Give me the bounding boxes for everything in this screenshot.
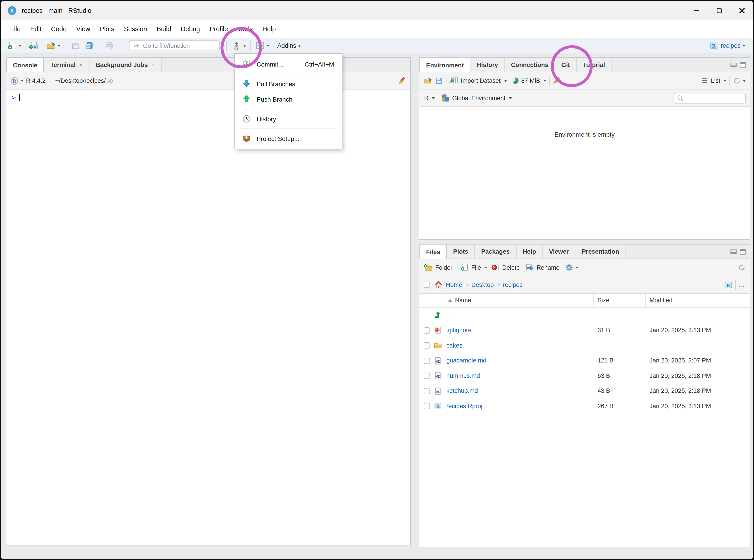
maximize-pane-icon[interactable]: [740, 62, 746, 68]
new-project-button[interactable]: R: [27, 39, 39, 52]
menu-item[interactable]: File: [5, 25, 25, 33]
environment-tab[interactable]: History: [471, 58, 504, 72]
file-row[interactable]: MD R .gitignore 31 B Jan 20, 2025, 3:13 …: [419, 323, 750, 338]
file-name[interactable]: ..: [446, 312, 594, 319]
memory-usage-label[interactable]: 87 MiB: [521, 77, 540, 84]
new-folder-label[interactable]: Folder: [435, 264, 452, 271]
file-checkbox[interactable]: [423, 342, 430, 349]
print-button[interactable]: [103, 39, 115, 52]
global-environment-label[interactable]: Global Environment: [452, 95, 505, 101]
git-dropdown-button[interactable]: [231, 39, 247, 52]
minimize-button[interactable]: [685, 1, 708, 20]
menu-item[interactable]: Debug: [176, 25, 205, 33]
file-row[interactable]: MD R guacamole.md 121 B Jan 20, 2025, 3:…: [419, 353, 750, 368]
console-tab[interactable]: Terminal ×: [44, 58, 90, 72]
rename-label[interactable]: Rename: [537, 264, 559, 271]
rproj-icon[interactable]: R: [724, 281, 732, 289]
environment-tab[interactable]: Connections: [505, 58, 555, 72]
files-tab[interactable]: Packages: [475, 245, 516, 259]
tab-close-icon[interactable]: ×: [79, 61, 83, 68]
menu-item[interactable]: Session: [119, 25, 152, 33]
file-name[interactable]: recipes.Rproj: [446, 403, 594, 409]
load-workspace-icon[interactable]: [423, 77, 432, 85]
save-workspace-icon[interactable]: [435, 77, 443, 85]
file-row[interactable]: MD R hummus.md 63 B Jan 20, 2025, 2:18 P…: [419, 368, 750, 383]
files-tab[interactable]: Presentation: [575, 245, 626, 259]
git-menu-item[interactable]: History: [235, 111, 342, 127]
environment-tab[interactable]: Tutorial: [577, 58, 612, 72]
maximize-button[interactable]: [708, 1, 731, 20]
git-menu-item[interactable]: Pull Branches: [235, 76, 342, 92]
git-menu-item[interactable]: Push Branch: [235, 92, 342, 107]
environment-tab[interactable]: Git: [555, 58, 577, 72]
file-name[interactable]: ketchup.md: [446, 387, 594, 394]
breadcrumb-recipes[interactable]: recipes: [503, 281, 522, 288]
select-all-checkbox[interactable]: [423, 282, 430, 288]
menu-item[interactable]: Plots: [95, 25, 119, 33]
refresh-icon[interactable]: [733, 77, 741, 85]
menu-item[interactable]: Build: [152, 25, 176, 33]
refresh-icon[interactable]: [738, 263, 746, 272]
open-file-button[interactable]: [45, 39, 62, 52]
column-name[interactable]: Name: [444, 294, 594, 307]
share-arrow-icon[interactable]: [107, 78, 114, 84]
menu-item[interactable]: Help: [258, 25, 281, 33]
new-file-button[interactable]: [6, 39, 23, 52]
list-view-label[interactable]: List: [711, 77, 720, 84]
new-file-label[interactable]: File: [471, 264, 481, 271]
file-checkbox[interactable]: [423, 373, 430, 379]
console-output[interactable]: >: [6, 89, 410, 545]
file-checkbox[interactable]: [423, 327, 430, 334]
addins-button[interactable]: Addins: [274, 39, 302, 52]
file-name[interactable]: cakes: [446, 342, 594, 349]
file-checkbox[interactable]: [423, 358, 430, 364]
import-dataset-label[interactable]: Import Dataset: [461, 77, 500, 84]
files-tab[interactable]: Viewer: [543, 245, 576, 259]
delete-label[interactable]: Delete: [502, 264, 520, 271]
clear-console-icon[interactable]: [398, 77, 406, 85]
column-modified[interactable]: Modified: [646, 294, 750, 307]
more-button[interactable]: …: [739, 281, 746, 288]
files-tab[interactable]: Help: [516, 245, 543, 259]
file-row[interactable]: MD R recipes.Rproj 267 B Jan 20, 2025, 3…: [419, 399, 750, 414]
environment-tab[interactable]: Environment: [419, 58, 471, 72]
file-name[interactable]: .gitignore: [446, 327, 594, 334]
file-checkbox[interactable]: [423, 403, 430, 409]
menu-item[interactable]: View: [72, 25, 95, 33]
files-tab[interactable]: Plots: [447, 245, 475, 259]
menu-item[interactable]: Code: [46, 25, 71, 33]
menu-item[interactable]: Edit: [25, 25, 46, 33]
menu-item[interactable]: Tools: [233, 25, 258, 33]
file-checkbox[interactable]: [423, 388, 430, 394]
git-menu-item[interactable]: Project Setup...: [235, 131, 342, 146]
console-tab[interactable]: Console: [6, 58, 44, 72]
save-all-button[interactable]: [83, 39, 96, 52]
console-tab[interactable]: Background Jobs ×: [90, 58, 162, 72]
tab-close-icon[interactable]: ×: [152, 61, 155, 68]
breadcrumb-desktop[interactable]: Desktop: [471, 281, 494, 288]
column-size[interactable]: Size: [594, 294, 646, 307]
goto-file-input[interactable]: Go to file/function: [129, 40, 219, 51]
panes-layout-button[interactable]: [254, 39, 271, 52]
file-name[interactable]: hummus.md: [446, 373, 594, 379]
git-menu-item[interactable]: Commit... Ctrl+Alt+M: [235, 56, 342, 72]
minimize-pane-icon[interactable]: [731, 62, 737, 67]
file-row[interactable]: MD R ketchup.md 43 B Jan 20, 2025, 2:18 …: [419, 383, 750, 399]
r-version-caret[interactable]: [21, 80, 23, 82]
close-button[interactable]: [731, 1, 753, 20]
minimize-pane-icon[interactable]: [731, 249, 737, 254]
menu-item[interactable]: Profile: [205, 25, 233, 33]
files-tab[interactable]: Files: [419, 245, 447, 259]
file-name[interactable]: guacamole.md: [446, 357, 594, 364]
home-icon[interactable]: [434, 281, 443, 289]
gear-icon[interactable]: [565, 263, 573, 272]
breadcrumb-home[interactable]: Home: [446, 281, 462, 288]
file-row[interactable]: MD R ..: [419, 308, 750, 323]
save-button[interactable]: [70, 39, 81, 52]
project-menu-button[interactable]: R recipes: [710, 42, 748, 49]
language-selector[interactable]: R: [424, 95, 429, 101]
environment-search-input[interactable]: [674, 93, 746, 103]
clear-objects-icon[interactable]: [553, 77, 561, 85]
file-row[interactable]: MD R cakes: [419, 338, 750, 353]
maximize-pane-icon[interactable]: [740, 249, 746, 255]
